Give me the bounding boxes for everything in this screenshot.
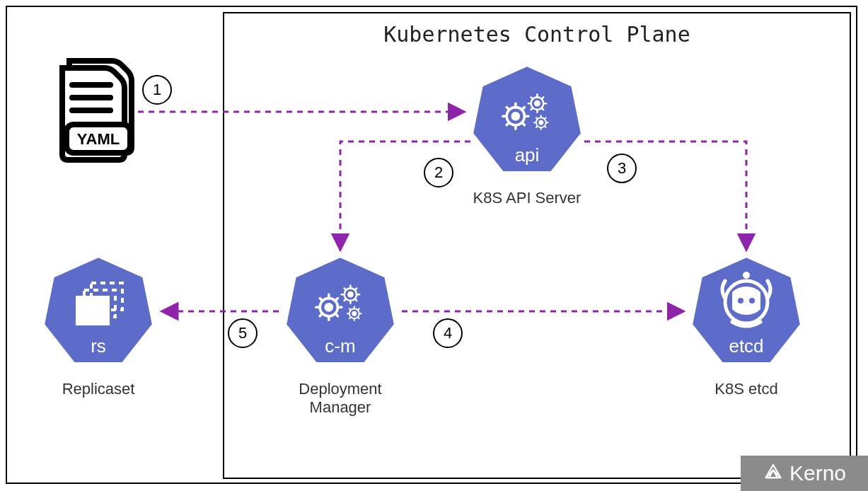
cm-inner-label: c-m	[280, 335, 400, 357]
svg-line-34	[536, 126, 538, 127]
cm-caption1: Deployment	[280, 380, 400, 398]
svg-point-26	[539, 121, 543, 125]
svg-line-23	[542, 97, 544, 99]
kerno-brand-badge: Kerno	[741, 456, 868, 491]
rs-inner-label: rs	[38, 335, 158, 357]
svg-line-42	[335, 313, 338, 316]
svg-rect-76	[77, 297, 108, 324]
svg-line-21	[542, 108, 544, 110]
svg-point-72	[749, 298, 755, 304]
svg-point-37	[325, 304, 332, 311]
svg-point-71	[738, 298, 743, 304]
svg-line-55	[345, 299, 347, 301]
svg-line-11	[522, 122, 525, 125]
svg-point-57	[352, 312, 356, 316]
cm-caption2: Manager	[280, 398, 400, 417]
kerno-logo-icon	[763, 463, 784, 484]
svg-line-32	[536, 117, 538, 119]
step-3: 3	[607, 154, 637, 183]
svg-point-47	[348, 292, 352, 296]
api-server-node: api	[467, 60, 587, 180]
step-1: 1	[142, 75, 172, 105]
svg-line-63	[349, 308, 351, 310]
svg-line-22	[531, 97, 533, 99]
svg-point-68	[743, 272, 750, 279]
svg-line-65	[349, 317, 351, 318]
svg-line-44	[335, 299, 338, 301]
replicaset-node: rs	[38, 251, 158, 371]
svg-line-13	[522, 108, 525, 110]
svg-line-62	[358, 317, 359, 318]
yaml-file-icon: YAML	[50, 57, 141, 173]
svg-point-16	[535, 101, 539, 105]
step-5: 5	[228, 318, 257, 348]
svg-line-45	[320, 313, 323, 316]
svg-line-54	[355, 288, 357, 290]
svg-line-14	[507, 122, 509, 125]
step-4: 4	[433, 318, 463, 348]
svg-line-53	[345, 288, 347, 290]
etcd-caption: K8S etcd	[686, 380, 806, 398]
svg-line-31	[545, 126, 546, 127]
etcd-node: etcd	[686, 251, 806, 371]
svg-line-43	[320, 299, 323, 301]
kerno-brand-text: Kerno	[789, 461, 846, 485]
svg-line-52	[355, 299, 357, 301]
step-2: 2	[424, 158, 453, 187]
yaml-badge-text: YAML	[77, 130, 120, 148]
svg-line-24	[531, 108, 533, 110]
svg-line-64	[358, 308, 359, 310]
diagram-canvas: Kubernetes Control Plane YAML	[0, 0, 868, 491]
svg-point-6	[512, 113, 519, 120]
svg-line-12	[507, 108, 509, 110]
api-caption: K8S API Server	[456, 189, 598, 207]
svg-line-33	[545, 117, 546, 119]
etcd-inner-label: etcd	[686, 335, 806, 357]
deployment-manager-node: c-m	[280, 251, 400, 371]
rs-caption: Replicaset	[38, 380, 158, 398]
api-inner-label: api	[467, 144, 587, 166]
control-plane-title: Kubernetes Control Plane	[224, 22, 850, 47]
